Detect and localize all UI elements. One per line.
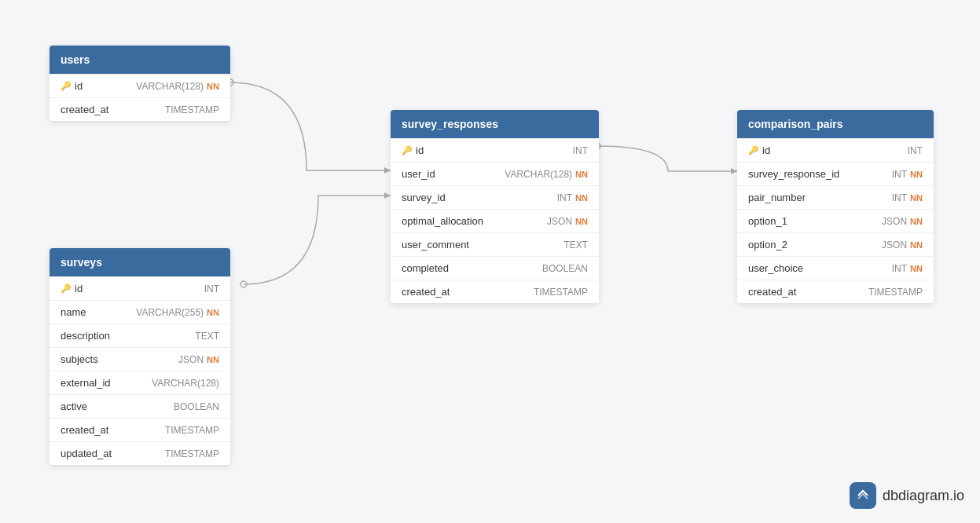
table-row: 🔑 id VARCHAR(128) NN — [50, 74, 230, 97]
col-name: active — [61, 400, 87, 412]
nn-badge: NN — [207, 308, 219, 317]
diagram-canvas: users 🔑 id VARCHAR(128) NN created_at TI… — [0, 0, 980, 523]
nn-badge: NN — [575, 193, 588, 203]
col-name: optimal_allocation — [402, 215, 483, 227]
col-name: created_at — [402, 286, 450, 298]
svg-point-3 — [240, 281, 247, 287]
col-type: TIMESTAMP — [165, 425, 219, 436]
survey-responses-table[interactable]: survey_responses 🔑 id INT user_id VARCHA… — [391, 110, 599, 303]
nn-badge: NN — [910, 240, 923, 250]
col-type: INT — [908, 145, 923, 156]
col-name: created_at — [61, 104, 108, 115]
table-row: user_comment TEXT — [391, 232, 599, 256]
col-type: TEXT — [563, 240, 588, 251]
nn-badge: NN — [910, 264, 923, 273]
pk-icon: 🔑 — [402, 145, 413, 155]
table-row: active BOOLEAN — [50, 394, 230, 418]
col-type: VARCHAR(128) — [152, 378, 219, 389]
users-table-header: users — [50, 46, 230, 74]
nn-badge: NN — [207, 355, 219, 364]
col-type: INT NN — [892, 263, 923, 274]
col-type: TEXT — [195, 331, 219, 342]
svg-marker-2 — [384, 192, 391, 199]
nn-badge: NN — [575, 217, 588, 226]
table-row: created_at TIMESTAMP — [391, 280, 599, 303]
col-name: completed — [402, 262, 449, 274]
table-row: subjects JSON NN — [50, 347, 230, 371]
pk-icon: 🔑 — [61, 81, 72, 91]
col-name: 🔑 id — [61, 283, 83, 294]
col-type: VARCHAR(255) NN — [136, 307, 219, 318]
col-type: JSON NN — [882, 240, 923, 251]
col-name: user_comment — [402, 239, 469, 251]
col-name: description — [61, 330, 110, 342]
nn-badge: NN — [910, 193, 923, 203]
table-row: created_at TIMESTAMP — [50, 97, 230, 121]
comparison-pairs-table-header: comparison_pairs — [737, 110, 934, 138]
svg-marker-0 — [384, 167, 391, 174]
brand-icon — [850, 482, 876, 509]
col-type: INT — [204, 283, 219, 294]
table-row: 🔑 id INT — [50, 276, 230, 300]
col-name: created_at — [61, 424, 108, 436]
table-row: created_at TIMESTAMP — [50, 418, 230, 441]
table-row: user_choice INT NN — [737, 256, 934, 280]
branding: dbdiagram.io — [850, 482, 964, 509]
table-row: description TEXT — [50, 324, 230, 347]
col-type: JSON NN — [547, 216, 588, 227]
survey-responses-table-header: survey_responses — [391, 110, 599, 138]
col-name: user_choice — [748, 262, 803, 274]
table-row: updated_at TIMESTAMP — [50, 441, 230, 465]
col-name: updated_at — [61, 448, 112, 459]
col-type: INT NN — [892, 192, 923, 203]
table-row: 🔑 id INT — [391, 138, 599, 162]
nn-badge: NN — [910, 170, 923, 179]
col-name: external_id — [61, 377, 111, 389]
table-row: survey_response_id INT NN — [737, 162, 934, 185]
col-name: option_1 — [748, 215, 787, 227]
col-type: VARCHAR(128) NN — [136, 81, 219, 92]
col-name: user_id — [402, 168, 435, 180]
table-row: 🔑 id INT — [737, 138, 934, 162]
users-table[interactable]: users 🔑 id VARCHAR(128) NN created_at TI… — [50, 46, 230, 121]
table-row: name VARCHAR(255) NN — [50, 300, 230, 324]
col-name: created_at — [748, 286, 796, 298]
col-type: TIMESTAMP — [165, 448, 219, 459]
col-name: survey_response_id — [748, 168, 839, 180]
col-type: BOOLEAN — [174, 401, 219, 412]
col-name: option_2 — [748, 239, 787, 251]
col-type: INT — [573, 145, 588, 156]
surveys-table[interactable]: surveys 🔑 id INT name VARCHAR(255) NN de… — [50, 248, 230, 465]
table-row: created_at TIMESTAMP — [737, 280, 934, 303]
col-type: JSON NN — [178, 354, 219, 365]
col-type: TIMESTAMP — [534, 287, 588, 298]
col-type: TIMESTAMP — [165, 104, 219, 115]
table-row: option_1 JSON NN — [737, 209, 934, 232]
nn-badge: NN — [575, 170, 588, 179]
nn-badge: NN — [910, 217, 923, 226]
col-type: JSON NN — [882, 216, 923, 227]
nn-badge: NN — [207, 82, 219, 91]
col-name: survey_id — [402, 192, 446, 203]
pk-icon: 🔑 — [61, 283, 72, 294]
pk-icon: 🔑 — [748, 145, 759, 155]
col-name: pair_number — [748, 192, 806, 203]
col-type: BOOLEAN — [542, 263, 588, 274]
col-type: TIMESTAMP — [868, 287, 923, 298]
col-name: 🔑 id — [402, 144, 424, 156]
table-row: optimal_allocation JSON NN — [391, 209, 599, 232]
surveys-table-header: surveys — [50, 248, 230, 276]
brand-text: dbdiagram.io — [883, 488, 964, 504]
col-type: VARCHAR(128) NN — [505, 169, 588, 180]
col-type: INT NN — [557, 192, 588, 203]
col-name: name — [61, 306, 86, 318]
table-row: survey_id INT NN — [391, 185, 599, 209]
table-row: user_id VARCHAR(128) NN — [391, 162, 599, 185]
table-row: pair_number INT NN — [737, 185, 934, 209]
comparison-pairs-table[interactable]: comparison_pairs 🔑 id INT survey_respons… — [737, 110, 934, 303]
svg-marker-4 — [731, 168, 737, 174]
table-row: external_id VARCHAR(128) — [50, 371, 230, 394]
col-type: INT NN — [892, 169, 923, 180]
col-name: 🔑 id — [61, 80, 83, 92]
col-name: subjects — [61, 353, 98, 365]
